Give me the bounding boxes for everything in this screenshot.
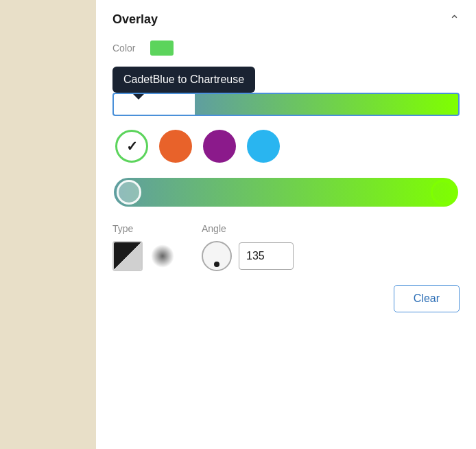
gradient-slider-container bbox=[112, 178, 460, 207]
angle-controls bbox=[202, 241, 294, 271]
color-text-input[interactable] bbox=[112, 93, 195, 116]
color-input-area bbox=[112, 93, 460, 116]
circles-row: ✓ bbox=[112, 130, 460, 163]
angle-input[interactable] bbox=[239, 242, 294, 270]
type-options bbox=[112, 241, 174, 271]
type-radial-button[interactable] bbox=[151, 244, 174, 268]
type-section: Type bbox=[112, 223, 174, 271]
color-circle-green-check[interactable]: ✓ bbox=[115, 130, 148, 163]
angle-dial[interactable] bbox=[202, 241, 232, 271]
tooltip-row: CadetBlue to Chartreuse bbox=[112, 67, 460, 116]
type-linear-icon bbox=[114, 242, 141, 270]
slider-thumb-right[interactable] bbox=[431, 180, 455, 205]
tooltip-box: CadetBlue to Chartreuse bbox=[112, 67, 255, 93]
tooltip-text: CadetBlue to Chartreuse bbox=[123, 73, 244, 85]
type-angle-row: Type Angle bbox=[112, 223, 460, 271]
collapse-icon[interactable]: ⌃ bbox=[449, 14, 460, 26]
checkmark-icon: ✓ bbox=[126, 138, 138, 154]
color-gradient-bar-input[interactable] bbox=[195, 93, 460, 116]
type-label: Type bbox=[112, 223, 174, 234]
angle-section: Angle bbox=[202, 223, 294, 271]
slider-thumb-left[interactable] bbox=[117, 180, 141, 205]
angle-dial-dot bbox=[214, 262, 219, 267]
panel-title: Overlay bbox=[112, 12, 158, 27]
color-row: Color bbox=[112, 41, 460, 56]
sidebar bbox=[0, 0, 96, 449]
type-linear-button[interactable] bbox=[112, 241, 143, 271]
panel-header: Overlay ⌃ bbox=[112, 12, 460, 27]
clear-btn-row: Clear bbox=[112, 285, 460, 312]
color-circle-purple[interactable] bbox=[203, 130, 236, 163]
angle-label: Angle bbox=[202, 223, 294, 234]
color-label: Color bbox=[112, 43, 143, 54]
color-swatch[interactable] bbox=[150, 41, 174, 56]
gradient-slider-track[interactable] bbox=[114, 178, 458, 207]
overlay-panel: Overlay ⌃ Color CadetBlue to Chartreuse … bbox=[96, 0, 476, 449]
color-circle-orange[interactable] bbox=[159, 130, 192, 163]
color-circle-blue[interactable] bbox=[247, 130, 280, 163]
clear-button[interactable]: Clear bbox=[394, 285, 460, 312]
